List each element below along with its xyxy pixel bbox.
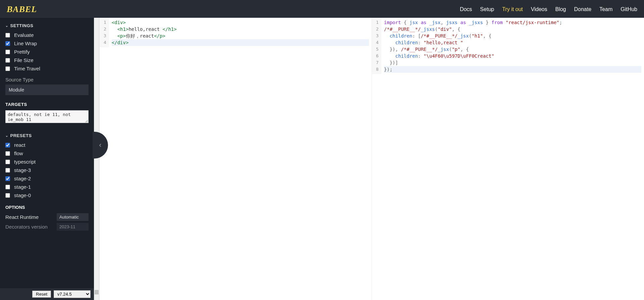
setting-prettify[interactable]: Prettify bbox=[5, 49, 89, 55]
settings-header[interactable]: ⌄ SETTINGS bbox=[5, 23, 89, 28]
setting-prettify-label: Prettify bbox=[14, 49, 30, 55]
input-code[interactable]: <div> <h1>hello,react </h1> <p>你好，react<… bbox=[109, 18, 372, 47]
source-type-label: Source Type bbox=[5, 77, 89, 82]
option-decorators-label: Decorators version bbox=[5, 224, 48, 230]
sidebar: ⌄ SETTINGS EvaluateLine WrapPrettifyFile… bbox=[0, 18, 94, 300]
setting-filesize[interactable]: File Size bbox=[5, 57, 89, 63]
preset-flow[interactable]: flow bbox=[5, 151, 89, 156]
preset-stage2[interactable]: stage-2 bbox=[5, 176, 89, 181]
preset-stage0-label: stage-0 bbox=[14, 192, 31, 198]
setting-timetravel-label: Time Travel bbox=[14, 66, 40, 71]
setting-timetravel-checkbox[interactable] bbox=[5, 66, 10, 71]
option-react-runtime-label: React Runtime bbox=[5, 214, 39, 220]
targets-header: TARGETS bbox=[5, 102, 89, 107]
version-select[interactable]: v7.24.5 bbox=[54, 290, 91, 298]
preset-react-label: react bbox=[14, 142, 25, 148]
preset-typescript-label: typescript bbox=[14, 159, 36, 165]
nav-tryitout[interactable]: Try it out bbox=[502, 6, 523, 12]
input-editor[interactable]: 1234 <div> <h1>hello,react </h1> <p>你好，r… bbox=[99, 18, 372, 300]
output-editor[interactable]: 12345678 import { jsx as _jsx, jsxs as _… bbox=[372, 18, 644, 300]
presets-header-label: PRESETS bbox=[10, 133, 32, 138]
setting-linewrap[interactable]: Line Wrap bbox=[5, 41, 89, 46]
setting-filesize-label: File Size bbox=[14, 57, 34, 63]
setting-evaluate-checkbox[interactable] bbox=[5, 33, 10, 38]
setting-linewrap-checkbox[interactable] bbox=[5, 41, 10, 46]
nav-github[interactable]: GitHub bbox=[621, 6, 637, 12]
output-gutter: 12345678 bbox=[372, 18, 381, 74]
topbar: BABEL Docs Setup Try it out Videos Blog … bbox=[0, 1, 644, 18]
logo[interactable]: BABEL bbox=[7, 4, 37, 14]
preset-react[interactable]: react bbox=[5, 142, 89, 148]
preset-stage2-checkbox[interactable] bbox=[5, 176, 10, 181]
sidebar-scrollbar[interactable] bbox=[94, 18, 99, 300]
option-decorators: Decorators version 2023-11 bbox=[5, 223, 89, 231]
nav-donate[interactable]: Donate bbox=[574, 6, 591, 12]
output-code: import { jsx as _jsx, jsxs as _jsxs } fr… bbox=[381, 18, 644, 74]
nav-docs[interactable]: Docs bbox=[460, 6, 472, 12]
targets-input[interactable] bbox=[5, 110, 89, 123]
preset-stage1-checkbox[interactable] bbox=[5, 185, 10, 189]
preset-stage0[interactable]: stage-0 bbox=[5, 192, 89, 198]
setting-linewrap-label: Line Wrap bbox=[14, 41, 37, 46]
preset-stage1[interactable]: stage-1 bbox=[5, 184, 89, 190]
preset-flow-label: flow bbox=[14, 151, 23, 156]
reset-button[interactable]: Reset bbox=[32, 291, 51, 298]
option-react-runtime: React Runtime Automatic bbox=[5, 213, 89, 221]
preset-stage1-label: stage-1 bbox=[14, 184, 31, 190]
preset-stage2-label: stage-2 bbox=[14, 176, 31, 181]
chevron-left-icon: ‹ bbox=[99, 141, 101, 149]
input-gutter: 1234 bbox=[100, 18, 109, 47]
preset-stage3-label: stage-3 bbox=[14, 167, 31, 173]
sidebar-footer: Reset v7.24.5 bbox=[0, 288, 94, 300]
option-react-runtime-select[interactable]: Automatic bbox=[57, 213, 89, 221]
presets-header[interactable]: ⌄ PRESETS bbox=[5, 133, 89, 138]
setting-timetravel[interactable]: Time Travel bbox=[5, 66, 89, 71]
source-type-select[interactable]: Module bbox=[5, 84, 89, 95]
preset-stage3[interactable]: stage-3 bbox=[5, 167, 89, 173]
preset-stage0-checkbox[interactable] bbox=[5, 193, 10, 198]
preset-stage3-checkbox[interactable] bbox=[5, 168, 10, 173]
preset-typescript[interactable]: typescript bbox=[5, 159, 89, 165]
chevron-down-icon: ⌄ bbox=[5, 24, 8, 27]
nav-team[interactable]: Team bbox=[599, 6, 612, 12]
preset-react-checkbox[interactable] bbox=[5, 143, 10, 147]
chevron-down-icon: ⌄ bbox=[5, 134, 8, 137]
setting-evaluate-label: Evaluate bbox=[14, 32, 34, 38]
setting-filesize-checkbox[interactable] bbox=[5, 58, 10, 63]
option-decorators-select[interactable]: 2023-11 bbox=[57, 223, 89, 231]
main-nav: Docs Setup Try it out Videos Blog Donate… bbox=[460, 6, 637, 12]
setting-evaluate[interactable]: Evaluate bbox=[5, 32, 89, 38]
nav-videos[interactable]: Videos bbox=[531, 6, 547, 12]
preset-flow-checkbox[interactable] bbox=[5, 151, 10, 156]
nav-blog[interactable]: Blog bbox=[555, 6, 566, 12]
setting-prettify-checkbox[interactable] bbox=[5, 50, 10, 54]
nav-setup[interactable]: Setup bbox=[480, 6, 494, 12]
options-header: OPTIONS bbox=[5, 205, 89, 210]
settings-header-label: SETTINGS bbox=[10, 23, 34, 28]
preset-typescript-checkbox[interactable] bbox=[5, 160, 10, 164]
